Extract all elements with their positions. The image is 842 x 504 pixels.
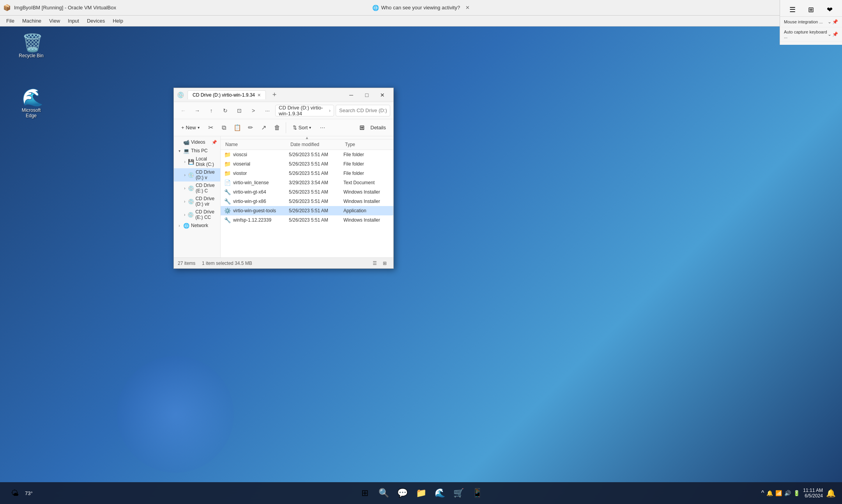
taskbar-edge-btn[interactable]: 🌊	[431, 485, 448, 502]
sort-button[interactable]: ⇅ Sort ▾	[288, 123, 316, 132]
explorer-close-btn[interactable]: ✕	[375, 88, 390, 102]
explorer-tab-close-btn[interactable]: ✕	[257, 93, 261, 98]
explorer-maximize-btn[interactable]: □	[359, 88, 375, 102]
selected-info-text: 1 item selected 34.5 MB	[202, 261, 252, 266]
rename-btn[interactable]: ✏	[244, 122, 257, 134]
explorer-tab[interactable]: CD Drive (D:) virtio-win-1.9.34 ✕	[188, 90, 266, 99]
auto-capture-actions: ⌄ 📌	[828, 32, 838, 37]
vbox-tab-label[interactable]: Who can see your viewing activity?	[381, 5, 460, 11]
file-row[interactable]: 🔧 virtio-win-gt-x86 5/26/2023 5:51 AM Wi…	[221, 197, 393, 206]
panel-icon-3[interactable]: ❤	[827, 5, 833, 14]
nav-back-btn[interactable]: ←	[177, 104, 189, 117]
recycle-bin-icon[interactable]: 🗑️ Recycle Bin	[16, 31, 47, 60]
sidebar-icon-cddrive-d2: 💿	[188, 198, 194, 204]
sidebar-item-network[interactable]: › 🌐 Network	[174, 221, 220, 230]
taskbar-store-btn[interactable]: 🛒	[450, 485, 467, 502]
column-name[interactable]: Name	[224, 141, 289, 148]
details-button[interactable]: Details	[366, 123, 390, 132]
sidebar-label-localdisk: Local Disk (C:)	[196, 156, 217, 167]
menu-view[interactable]: View	[46, 17, 63, 25]
cut-btn[interactable]: ✂	[205, 122, 217, 134]
file-name-text: virtio-win-gt-x86	[233, 199, 266, 204]
more-options-btn[interactable]: ···	[316, 122, 329, 134]
view-grid-btn[interactable]: ⊞	[380, 259, 389, 268]
items-count-text: 27 items	[178, 261, 195, 266]
explorer-search-input[interactable]	[336, 105, 390, 116]
taskbar-notification-icon[interactable]: 🔔	[766, 490, 773, 496]
share-btn[interactable]: ↗	[258, 122, 270, 134]
delete-btn[interactable]: 🗑	[271, 122, 283, 134]
nav-chevron-btn[interactable]: >	[247, 104, 260, 117]
taskbar-network-icon[interactable]: 📶	[775, 490, 782, 496]
sidebar-item-videos[interactable]: 📹 Videos 📌	[174, 138, 220, 146]
vbox-tab-close[interactable]: ✕	[465, 5, 470, 11]
nav-more-btn[interactable]: ···	[261, 104, 274, 117]
sidebar-icon-thispc: 💻	[183, 148, 189, 154]
mouse-integration-pin[interactable]: 📌	[832, 19, 838, 25]
explorer-drive-icon: 💿	[177, 92, 184, 99]
panel-icon-1[interactable]: ☰	[789, 5, 796, 14]
copy-btn[interactable]: ⧉	[218, 122, 230, 134]
menu-machine[interactable]: Machine	[19, 17, 44, 25]
nav-refresh-btn[interactable]: ↻	[219, 104, 232, 117]
sidebar-label-network: Network	[191, 223, 208, 228]
taskbar-volume-icon[interactable]: 🔊	[784, 490, 791, 496]
nav-up-btn[interactable]: ↑	[205, 104, 218, 117]
mouse-integration-label: Mouse integration ...	[784, 19, 828, 24]
file-row[interactable]: 🔧 winfsp-1.12.22339 5/26/2023 5:51 AM Wi…	[221, 215, 393, 225]
nav-location-btn[interactable]: ⊡	[233, 104, 246, 117]
taskbar-notification-bell[interactable]: 🔔	[826, 488, 836, 498]
sidebar-label-cddrive-d2: CD Drive (D:) vir	[196, 196, 217, 207]
sidebar-pin-videos[interactable]: 📌	[212, 140, 217, 145]
explorer-address-bar[interactable]: CD Drive (D:) virtio-win-1.9.34 ›	[275, 105, 334, 116]
file-name-cell: 🔧 winfsp-1.12.22339	[224, 217, 289, 224]
menu-devices[interactable]: Devices	[84, 17, 108, 25]
auto-capture-toggle[interactable]: ⌄	[828, 32, 831, 37]
file-row[interactable]: ⚙️ virtio-win-guest-tools 5/26/2023 5:51…	[221, 206, 393, 215]
auto-capture-item[interactable]: Auto capture keyboard ... ⌄ 📌	[780, 27, 842, 42]
column-type[interactable]: Type	[343, 141, 390, 148]
sidebar-item-cddrive-e2[interactable]: › 💿 CD Drive (E:) CC	[174, 208, 220, 221]
paste-btn[interactable]: 📋	[231, 122, 244, 134]
sidebar-item-thispc[interactable]: ▾ 💻 This PC	[174, 146, 220, 155]
explorer-titlebar: 💿 CD Drive (D:) virtio-win-1.9.34 ✕ + ─ …	[174, 88, 393, 102]
sidebar-item-cddrive-d2[interactable]: › 💿 CD Drive (D:) vir	[174, 195, 220, 208]
explorer-new-tab-btn[interactable]: +	[269, 90, 280, 100]
taskbar-phone-btn[interactable]: 📱	[469, 485, 486, 502]
taskbar-chat-btn[interactable]: 💬	[394, 485, 411, 502]
file-row[interactable]: 📄 virtio-win_license 3/29/2023 3:54 AM T…	[221, 178, 393, 187]
file-row[interactable]: 📁 viostor 5/26/2023 5:51 AM File folder	[221, 169, 393, 178]
taskbar-start-btn[interactable]: ⊞	[356, 485, 373, 502]
taskbar-file-btn[interactable]: 📁	[412, 485, 430, 502]
taskbar-show-hidden-btn[interactable]: ^	[761, 490, 764, 497]
taskbar-battery-icon[interactable]: 🔋	[793, 490, 800, 496]
file-type-icon: 🔧	[224, 198, 231, 205]
new-button[interactable]: + New ▾	[177, 123, 204, 132]
taskbar-search-btn[interactable]: 🔍	[375, 485, 392, 502]
file-row[interactable]: 📁 vioscsi 5/26/2023 5:51 AM File folder	[221, 150, 393, 159]
menu-help[interactable]: Help	[110, 17, 126, 25]
sidebar-item-cddrive-d[interactable]: › 💿 CD Drive (D:) v	[174, 168, 220, 182]
explorer-minimize-btn[interactable]: ─	[343, 88, 359, 102]
file-row[interactable]: 📁 vioserial 5/26/2023 5:51 AM File folde…	[221, 159, 393, 169]
file-row[interactable]: 🔧 virtio-win-gt-x64 5/26/2023 5:51 AM Wi…	[221, 187, 393, 197]
sidebar-item-localdisk[interactable]: › 💾 Local Disk (C:)	[174, 155, 220, 168]
mouse-integration-toggle[interactable]: ⌄	[828, 19, 831, 25]
nav-forward-btn[interactable]: →	[191, 104, 203, 117]
file-type-cell: Text Document	[343, 180, 390, 185]
menu-input[interactable]: Input	[65, 17, 82, 25]
sidebar-label-cddrive-d: CD Drive (D:) v	[196, 169, 217, 180]
sidebar-item-cddrive-e[interactable]: › 💿 CD Drive (E:) C	[174, 182, 220, 195]
ms-edge-icon[interactable]: 🌊 Microsoft Edge	[16, 86, 47, 120]
taskbar-clock[interactable]: 11:11 AM 6/5/2024	[803, 488, 823, 499]
desktop-decoration	[117, 356, 234, 473]
mouse-integration-item[interactable]: Mouse integration ... ⌄ 📌	[780, 17, 842, 27]
taskbar-weather-icon[interactable]: 🌤	[6, 485, 23, 502]
menu-file[interactable]: File	[3, 17, 18, 25]
panel-icon-2[interactable]: ⊞	[808, 5, 814, 14]
view-list-btn[interactable]: ☰	[370, 259, 379, 268]
auto-capture-pin[interactable]: 📌	[832, 32, 838, 37]
column-date[interactable]: Date modified	[289, 141, 343, 148]
taskbar-date-text: 6/5/2024	[805, 493, 823, 499]
taskbar-time-text: 11:11 AM	[803, 488, 823, 493]
